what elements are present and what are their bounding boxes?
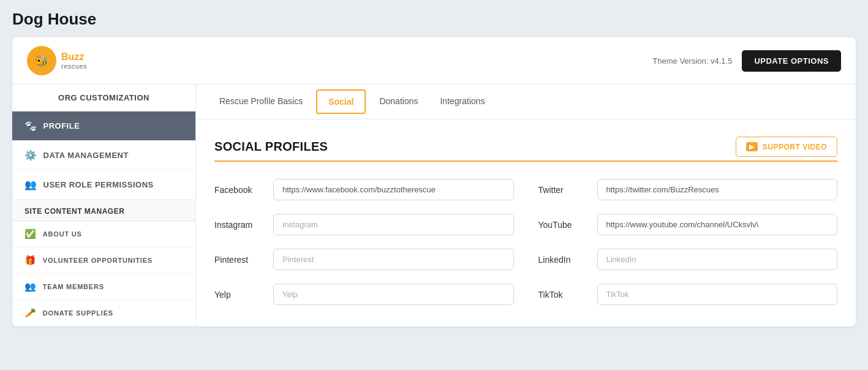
twitter-row: Twitter	[538, 179, 838, 200]
main-card: 🐝 Buzz rescues Theme Version: v4.1.5 UPD…	[12, 37, 856, 327]
facebook-label: Facebook	[214, 185, 263, 195]
team-icon: 👥	[25, 281, 37, 292]
tiktok-label: TikTok	[538, 290, 587, 300]
yelp-row: Yelp	[214, 284, 514, 305]
social-fields-grid: Facebook Twitter Instagram	[214, 179, 837, 305]
check-circle-icon: ✅	[25, 228, 37, 240]
youtube-row: YouTube	[538, 214, 838, 235]
sliders-icon: ⚙️	[25, 149, 37, 161]
sidebar-item-volunteer[interactable]: 🎁 VOLUNTEER OPPORTUNITIES	[12, 247, 195, 274]
top-bar-right: Theme Version: v4.1.5 UPDATE OPTIONS	[652, 50, 841, 72]
yelp-input[interactable]	[273, 284, 514, 305]
page-wrapper: Dog House 🐝 Buzz rescues Theme Version: …	[0, 0, 868, 336]
page-title: Dog House	[12, 10, 856, 29]
gift-icon: 🎁	[25, 255, 37, 266]
top-bar: 🐝 Buzz rescues Theme Version: v4.1.5 UPD…	[12, 37, 856, 85]
instagram-label: Instagram	[214, 220, 263, 230]
sidebar-item-team-members-label: TEAM MEMBERS	[43, 283, 104, 290]
main-content: SOCIAL PROFILES ▶ SUPPORT VIDEO Facebook	[196, 119, 856, 327]
sidebar-item-profile-label: PROFILE	[43, 121, 80, 130]
logo-area: 🐝 Buzz rescues	[27, 46, 87, 75]
tab-social[interactable]: Social	[316, 89, 366, 114]
youtube-label: YouTube	[538, 220, 587, 230]
main-layout: ORG CUSTOMIZATION 🐾 PROFILE ⚙️ DATA MANA…	[12, 85, 856, 327]
facebook-row: Facebook	[214, 179, 514, 200]
pinterest-input[interactable]	[273, 249, 514, 270]
support-video-label: SUPPORT VIDEO	[763, 143, 827, 151]
paw-icon: 🐾	[25, 120, 37, 132]
sidebar-item-about-us-label: ABOUT US	[43, 230, 82, 238]
sidebar-item-team-members[interactable]: 👥 TEAM MEMBERS	[12, 274, 195, 300]
buzz-logo-svg: 🐝	[31, 50, 53, 72]
tab-donations[interactable]: Donations	[368, 86, 429, 118]
tabs-bar: Rescue Profile Basics Social Donations I…	[196, 85, 856, 119]
facebook-input[interactable]	[273, 179, 514, 200]
users-icon: 👥	[25, 179, 37, 191]
sidebar-item-user-role-label: USER ROLE PERMISSIONS	[43, 180, 154, 189]
logo-text: Buzz rescues	[61, 51, 87, 70]
sidebar: ORG CUSTOMIZATION 🐾 PROFILE ⚙️ DATA MANA…	[12, 85, 196, 327]
logo-name: Buzz	[61, 51, 87, 62]
support-video-button[interactable]: ▶ SUPPORT VIDEO	[736, 137, 837, 157]
instagram-input[interactable]	[273, 214, 514, 235]
svg-text:🐝: 🐝	[35, 55, 49, 68]
youtube-input[interactable]	[597, 214, 838, 235]
update-options-button[interactable]: UPDATE OPTIONS	[742, 50, 841, 72]
linkedin-label: LinkedIn	[538, 255, 587, 265]
sidebar-item-user-role-permissions[interactable]: 👥 USER ROLE PERMISSIONS	[12, 170, 195, 200]
pinterest-label: Pinterest	[214, 255, 263, 265]
sidebar-item-donate-supplies-label: DONATE SUPPLIES	[43, 309, 113, 317]
site-content-manager-header: SITE CONTENT MANAGER	[12, 200, 195, 221]
logo-sub: rescues	[61, 62, 87, 70]
tab-integrations[interactable]: Integrations	[429, 86, 496, 118]
carrot-icon: 🥕	[25, 308, 37, 319]
twitter-label: Twitter	[538, 185, 587, 195]
yelp-label: Yelp	[214, 290, 263, 300]
linkedin-row: LinkedIn	[538, 249, 838, 270]
org-customization-header: ORG CUSTOMIZATION	[12, 85, 195, 111]
sidebar-item-about-us[interactable]: ✅ ABOUT US	[12, 221, 195, 247]
section-divider	[214, 160, 837, 162]
logo-icon: 🐝	[27, 46, 56, 75]
section-header-row: SOCIAL PROFILES ▶ SUPPORT VIDEO	[214, 137, 837, 157]
linkedin-input[interactable]	[597, 249, 838, 270]
sidebar-item-volunteer-label: VOLUNTEER OPPORTUNITIES	[43, 257, 153, 264]
twitter-input[interactable]	[597, 179, 838, 200]
sidebar-item-donate-supplies[interactable]: 🥕 DONATE SUPPLIES	[12, 300, 195, 327]
section-title: SOCIAL PROFILES	[214, 140, 328, 154]
content-area: Rescue Profile Basics Social Donations I…	[196, 85, 856, 327]
pinterest-row: Pinterest	[214, 249, 514, 270]
theme-version: Theme Version: v4.1.5	[652, 56, 732, 66]
tab-rescue-profile-basics[interactable]: Rescue Profile Basics	[208, 86, 314, 118]
tiktok-row: TikTok	[538, 284, 838, 305]
instagram-row: Instagram	[214, 214, 514, 235]
sidebar-item-data-management-label: DATA MANAGEMENT	[43, 151, 129, 160]
play-icon: ▶	[746, 142, 758, 151]
sidebar-item-profile[interactable]: 🐾 PROFILE	[12, 111, 195, 141]
sidebar-item-data-management[interactable]: ⚙️ DATA MANAGEMENT	[12, 141, 195, 170]
tiktok-input[interactable]	[597, 284, 838, 305]
